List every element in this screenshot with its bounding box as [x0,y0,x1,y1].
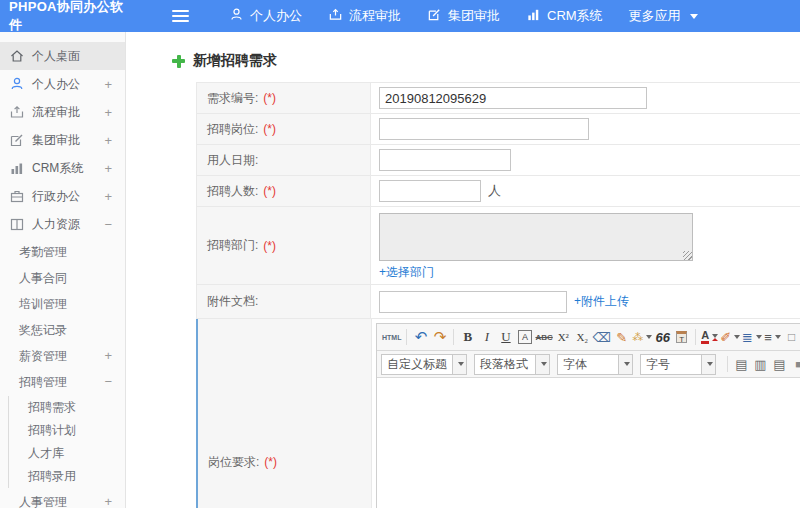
field-label-department: 招聘部门: (*) [197,207,371,284]
sidebar-item-attendance[interactable]: 考勤管理 [0,240,125,264]
process-icon [9,104,25,120]
font-family-select[interactable]: 字体 [557,354,633,375]
caret-down-icon [458,362,464,366]
field-label-position: 招聘岗位: (*) [197,114,371,144]
expand-plus-icon[interactable]: + [104,77,112,92]
paragraph-format-select[interactable]: 段落格式 [474,354,550,375]
collapse-minus-icon[interactable]: − [104,370,112,394]
editor-content-area[interactable] [377,378,800,508]
user-icon [9,76,25,92]
sidebar-item-personal-office[interactable]: 个人办公 + [0,70,125,98]
nav-personal-office[interactable]: 个人办公 [229,7,302,25]
paste-icon[interactable]: T [673,328,690,346]
field-label-demand-no: 需求编号: (*) [197,83,371,113]
collapse-minus-icon[interactable]: − [104,217,112,232]
sidebar-item-process-approval[interactable]: 流程审批 + [0,98,125,126]
subscript-icon[interactable]: X₂ [574,328,591,346]
font-size-select[interactable]: 字号 [640,354,716,375]
unordered-list-icon[interactable]: ≡ [764,328,781,346]
editor-toolbar-1: HTML ↶ ↷ B I U A ABC X² X₂ ⌫ [377,324,800,351]
caret-down-icon [734,335,740,339]
sidebar-item-admin-office[interactable]: 行政办公 + [0,182,125,210]
italic-icon[interactable]: I [478,328,495,346]
required-mark: (*) [264,455,277,469]
select-department-link[interactable]: +选择部门 [379,264,434,281]
nav-crm-system[interactable]: CRM系统 [526,7,603,25]
sidebar-item-recruit-mgmt[interactable]: 招聘管理− [0,370,125,394]
sidebar-item-salary[interactable]: 薪资管理+ [0,344,125,368]
blockquote-icon[interactable]: 66 [654,328,671,346]
nav-more-apps[interactable]: 更多应用 [629,7,698,25]
caret-down-icon [624,362,630,366]
sidebar-item-rewards[interactable]: 奖惩记录 [0,318,125,342]
menu-toggle-icon[interactable] [172,7,189,25]
caret-down-icon [707,362,713,366]
expand-plus-icon[interactable]: + [104,161,112,176]
sidebar-item-personnel-mgmt[interactable]: 人事管理+ [0,490,125,508]
align-left-icon[interactable]: ▤ [733,355,750,373]
form-row: 招聘人数: (*) 人 [196,176,800,207]
add-icon [172,55,185,68]
expand-plus-icon[interactable]: + [104,490,112,508]
format-painter-icon[interactable]: ✎ [613,328,630,346]
sidebar-item-crm[interactable]: CRM系统 + [0,154,125,182]
align-center-icon[interactable]: ▥ [752,355,769,373]
expand-plus-icon[interactable]: + [104,189,112,204]
hire-date-input[interactable] [379,149,511,171]
expand-plus-icon[interactable]: + [104,105,112,120]
sidebar-item-hr[interactable]: 人力资源 − [0,210,125,238]
recruit-submenu: 招聘需求 招聘计划 人才库 招聘录用 [8,396,125,488]
sidebar-item-talent-pool[interactable]: 人才库 [9,442,125,465]
attachment-input[interactable] [379,291,567,313]
recruit-demand-form: 需求编号: (*) 招聘岗位: (*) 用人日期 [196,82,800,508]
sidebar-item-recruit-hire[interactable]: 招聘录用 [9,465,125,488]
nav-process-approval[interactable]: 流程审批 [328,7,401,25]
position-input[interactable] [379,118,589,140]
expand-plus-icon[interactable]: + [104,344,112,368]
field-label-requirements: 岗位要求: (*) [198,319,372,508]
font-color-icon[interactable]: A [701,328,718,346]
sidebar: 个人桌面 个人办公 + 流程审批 + 集团审批 + CRM系统 + 行政办公 + [0,32,126,508]
font-border-icon[interactable]: A [516,328,533,346]
strikethrough-icon[interactable]: ABC [535,328,552,346]
sidebar-item-hr-contract[interactable]: 人事合同 [0,266,125,290]
caret-down-icon [775,335,781,339]
sidebar-item-group-approval[interactable]: 集团审批 + [0,126,125,154]
new-page-icon[interactable]: □ [783,328,800,346]
caret-down-icon [646,335,652,339]
briefcase-icon [9,188,25,204]
department-textarea[interactable] [379,213,693,261]
redo-icon[interactable]: ↷ [431,328,448,346]
underline-icon[interactable]: U [497,328,514,346]
rich-text-editor: HTML ↶ ↷ B I U A ABC X² X₂ ⌫ [376,323,800,508]
sidebar-item-training[interactable]: 培训管理 [0,292,125,316]
ordered-list-icon[interactable]: ≣ [742,328,762,346]
main-content: 新增招聘需求 需求编号: (*) 招聘岗位: (*) [126,32,800,508]
highlight-color-icon[interactable]: ✐ [720,328,740,346]
expand-plus-icon[interactable]: + [104,133,112,148]
eraser-icon[interactable]: ⌫ [593,328,611,346]
required-mark: (*) [263,91,276,105]
demand-no-input[interactable] [379,87,647,109]
nav-group-approval[interactable]: 集团审批 [427,7,500,25]
editor-toolbar-2: 自定义标题 段落格式 字体 字号 ▤ ▥ ▤ ■ ∞ ∞ [377,351,800,378]
bold-icon[interactable]: B [459,328,476,346]
custom-title-select[interactable]: 自定义标题 [381,354,467,375]
align-right-icon[interactable]: ▤ [771,355,788,373]
caret-down-icon [756,335,762,339]
undo-icon[interactable]: ↶ [412,328,429,346]
align-justify-icon[interactable]: ■ [790,355,800,373]
field-label-attachment: 附件文档: [197,285,371,318]
edit-icon [427,7,448,25]
chart-icon [9,160,25,176]
form-row: 招聘岗位: (*) [196,114,800,145]
headcount-input[interactable] [379,180,481,202]
sidebar-item-recruit-demand[interactable]: 招聘需求 [9,396,125,419]
source-code-icon[interactable]: HTML [382,328,401,346]
upload-attachment-link[interactable]: +附件上传 [574,293,629,310]
sidebar-item-personal-desktop[interactable]: 个人桌面 [0,42,125,70]
form-row: 附件文档: +附件上传 [196,285,800,319]
autotypeset-icon[interactable]: ⁂ [632,328,652,346]
sidebar-item-recruit-plan[interactable]: 招聘计划 [9,419,125,442]
superscript-icon[interactable]: X² [555,328,572,346]
